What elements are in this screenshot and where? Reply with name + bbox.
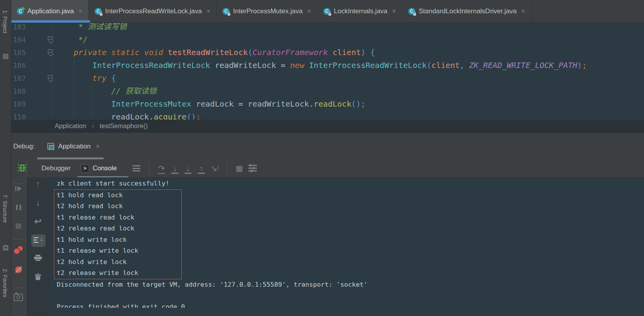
code-token: acquire [154,112,187,120]
tab-interprocessmutex-java[interactable]: C InterProcessMutex.java × [217,0,318,22]
code-token: ; [361,99,366,109]
application-run-config-icon [47,143,54,150]
close-icon[interactable]: × [79,7,83,15]
code-token: readLock. [55,112,154,120]
console-line: t2 hold write lock [54,257,181,268]
breadcrumb-item-method[interactable]: testSemaphore() [100,122,148,130]
console-output[interactable]: zk client start successfully! t1 hold re… [50,177,644,316]
close-icon[interactable]: × [392,7,396,15]
up-stack-icon[interactable]: ↑ [26,179,50,189]
code-token [55,61,92,70]
code-line[interactable]: 109 InterProcessMutex readLock = readWri… [11,98,644,111]
code-editor[interactable]: 103 * 测试读写锁104 */105 private static void… [11,23,644,120]
close-icon[interactable]: × [521,7,525,15]
gutter [26,33,55,46]
code-token: ZK_READ_WRITE_LOCK_PATH [469,61,578,70]
console-line: t2 release read lock [54,223,181,234]
tab-application-java[interactable]: C Application.java × [11,0,89,22]
code-line[interactable]: 107 try { [11,72,644,85]
restore-layout-icon[interactable] [248,165,257,172]
code-token: readLock [314,99,351,109]
tool-window-icon[interactable] [3,245,8,250]
code-token: static [111,48,140,57]
code-token: ( [248,48,253,57]
tool-window-icon[interactable] [3,54,8,59]
code-token [140,48,144,57]
code-token: ( [427,61,431,70]
code-line[interactable]: 106 InterProcessReadWriteLock readWriteL… [11,59,644,72]
gutter [26,23,55,33]
step-over-icon[interactable]: ↷ [155,164,168,173]
line-number: 110 [11,113,26,120]
evaluate-expression-icon[interactable]: ▦ [233,164,246,173]
debug-session-tab[interactable]: Application × [47,143,100,150]
code-line[interactable]: 105 private static void testReadWriteLoc… [11,46,644,59]
code-token [106,48,111,57]
fold-marker-icon[interactable] [48,49,53,55]
sidebar-item-project[interactable]: 1: Project [2,10,8,33]
close-icon[interactable]: × [206,7,210,15]
run-to-cursor-icon[interactable]: ↘I [208,164,221,173]
tab-debugger[interactable]: Debugger [41,164,71,172]
console-line: t2 release write lock [54,268,181,279]
code-token: new [290,61,304,70]
view-breakpoints-icon[interactable] [11,246,26,255]
code-line[interactable]: 108 // 获取读锁 [11,85,644,98]
pause-program-icon[interactable] [11,205,26,212]
code-text: // 获取读锁 [55,85,157,98]
tab-standardlockinternalsdriver-java[interactable]: C StandardLockInternalsDriver.java × [402,0,531,22]
clear-console-icon[interactable] [26,273,50,282]
code-token: try [92,73,106,83]
fold-marker-icon[interactable] [48,36,53,43]
tab-lockinternals-java[interactable]: C LockInternals.java × [318,0,402,22]
code-token: ) { [361,48,375,57]
code-token: client [332,48,361,57]
tab-interprocessreadwritelock-java[interactable]: C InterProcessReadWriteLock.java × [89,0,217,22]
code-text: private static void testReadWriteLock(Cu… [55,46,375,59]
line-number: 106 [11,61,26,70]
mute-breakpoints-icon[interactable] [11,266,26,275]
step-into-icon[interactable]: ↓ [168,164,181,173]
sidebar-item-structure[interactable]: 7: Structure [2,195,8,223]
code-token [55,73,92,83]
stop-icon[interactable] [11,223,26,230]
fold-marker-icon[interactable] [48,75,53,81]
console-line: Disconnected from the target VM, address… [57,279,644,291]
resume-program-icon[interactable] [11,186,26,193]
soft-wrap-icon[interactable]: ↩ [26,216,50,227]
divider [13,184,23,184]
down-stack-icon[interactable]: ↓ [26,198,50,208]
close-icon[interactable]: × [307,7,311,15]
breadcrumb-item-class[interactable]: Application [55,122,86,130]
code-token [163,48,168,57]
tool-window-stripe: 1: Project 7: Structure 2: Favorites [0,0,11,316]
code-token: testReadWriteLock [168,48,248,57]
close-icon[interactable]: × [96,143,100,150]
code-token: , [460,61,469,70]
screenshot-icon[interactable] [11,294,26,303]
code-line[interactable]: 104 */ [11,33,644,46]
code-token: // 获取读锁 [111,86,157,96]
java-class-locked-icon: C [408,8,415,15]
code-token: InterProcessMutex [111,99,192,109]
sidebar-item-favorites[interactable]: 2: Favorites [2,269,8,297]
layout-menu-icon[interactable] [133,165,140,171]
force-step-into-icon[interactable]: ↓ [181,164,195,173]
java-class-locked-icon: C [95,8,102,15]
debug-toolwindow-header: Debug: Application × [11,133,644,159]
gutter [26,46,55,59]
code-line[interactable]: 103 * 测试读写锁 [11,23,644,33]
code-text: InterProcessMutex readLock = readWriteLo… [55,98,366,111]
highlighted-output-box: t1 hold read lockt2 hold read lockt1 rel… [54,189,182,279]
print-icon[interactable] [26,255,50,262]
line-number: 104 [11,36,26,44]
console-line: t2 hold read lock [54,201,181,212]
code-line[interactable]: 110 readLock.acquire(); [11,111,644,120]
editor-tab-bar: C Application.java × C InterProcessReadW… [11,0,644,23]
console-icon: > [81,164,89,173]
tab-console[interactable]: Console [93,164,117,172]
debug-actions-column [11,177,26,316]
step-out-icon[interactable]: ↑ [195,164,208,173]
code-token: client [431,61,459,70]
scroll-to-end-icon[interactable]: ↓ [26,237,50,245]
